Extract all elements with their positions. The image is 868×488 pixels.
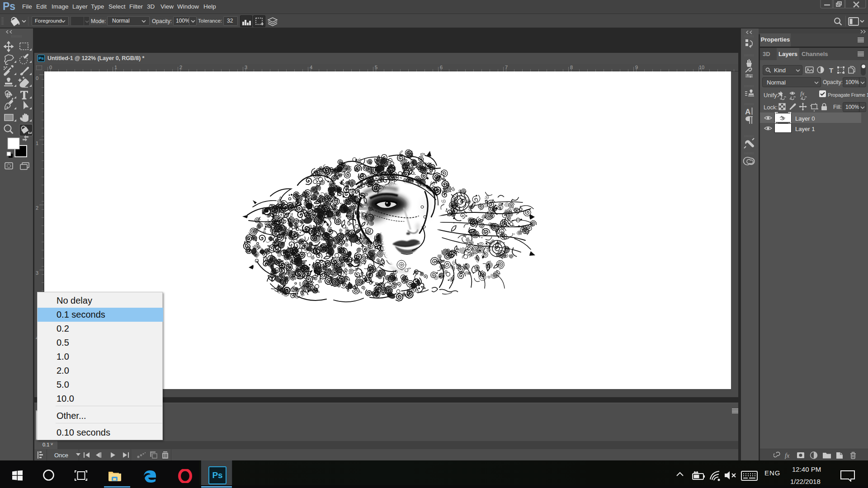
svg-text:Once: Once [54,452,68,459]
svg-text:T: T [829,66,833,74]
svg-text:fx: fx [800,91,804,97]
svg-text:A: A [745,108,750,116]
svg-text:fx: fx [785,452,790,459]
